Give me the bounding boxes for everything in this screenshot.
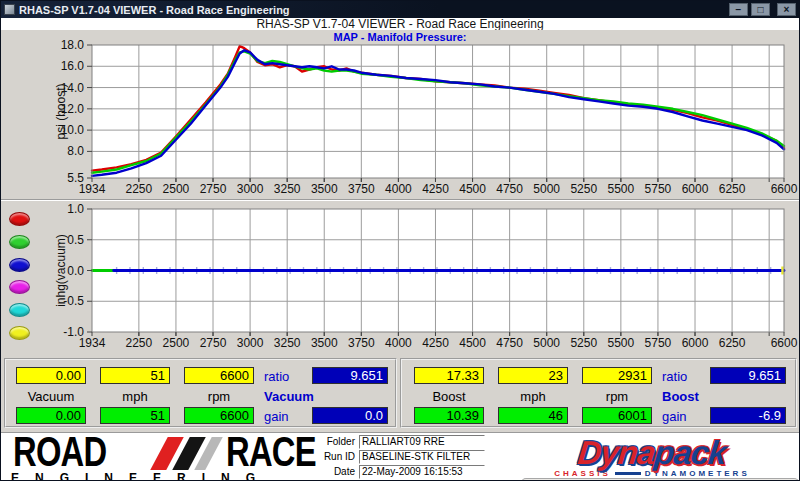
y-tick-label: 1.0 xyxy=(67,202,84,216)
boost-ratio-value: 9.651 xyxy=(710,367,786,384)
x-tick-label: 4250 xyxy=(422,336,449,350)
date-label: Date xyxy=(313,466,355,477)
boost-col-label-2: mph xyxy=(498,389,568,404)
series-toggle-yellow[interactable] xyxy=(9,326,30,340)
boost-live-value: 10.39 xyxy=(414,407,484,424)
app-window: RHAS-SP V1.7-04 VIEWER - Road Race Engin… xyxy=(0,0,800,481)
vacuum-cursor-value: 0.00 xyxy=(16,367,86,384)
x-tick-label: 5000 xyxy=(533,336,560,350)
x-tick-label: 4500 xyxy=(459,182,486,196)
x-tick-label: 6600 xyxy=(771,182,798,196)
dynapack-dash xyxy=(615,472,641,475)
x-tick-label: 4750 xyxy=(496,336,523,350)
date-field[interactable]: 22-May-2009 16:15:53 xyxy=(359,465,485,479)
app-icon xyxy=(4,4,15,15)
series-toggle-blue[interactable] xyxy=(9,258,30,272)
maximize-button[interactable]: □ xyxy=(751,3,770,16)
vacuum-col-label-2: mph xyxy=(100,389,170,404)
vacuum-gain-value: 0.0 xyxy=(312,407,388,424)
x-tick-label: 2250 xyxy=(126,336,153,350)
vacuum-col-label-3: rpm xyxy=(184,389,254,404)
vacuum-section-label: Vacuum xyxy=(264,389,314,404)
x-tick-label: 3750 xyxy=(348,182,375,196)
viewer-header-title: RHAS-SP V1.7-04 VIEWER - Road Race Engin… xyxy=(256,17,543,31)
dynapack-word-part2: pack xyxy=(653,434,728,471)
x-tick-label: 6600 xyxy=(771,336,798,350)
window-controls: − □ × xyxy=(729,3,796,16)
boost-chart-panel: MAP - Manifold Pressure: 193422502500275… xyxy=(1,30,799,199)
x-tick-label: 3000 xyxy=(237,336,264,350)
vacuum-live-value: 0.00 xyxy=(16,407,86,424)
boost-col-label-1: Boost xyxy=(414,389,484,404)
y-tick-label: 5.5 xyxy=(67,171,84,185)
boost-y-axis-label: psi (boost) xyxy=(54,83,68,139)
x-tick-label: 5750 xyxy=(645,336,672,350)
boost-readout-group: 17.33 23 2931 ratio 9.651 Boost mph rpm … xyxy=(400,358,797,428)
vacuum-cursor-mph: 51 xyxy=(100,367,170,384)
title-bar: RHAS-SP V1.7-04 VIEWER - Road Race Engin… xyxy=(1,1,799,18)
x-tick-label: 4750 xyxy=(496,182,523,196)
close-button[interactable]: × xyxy=(777,3,796,16)
boost-live-mph: 46 xyxy=(498,407,568,424)
vacuum-live-rpm: 6600 xyxy=(184,407,254,424)
vacuum-cursor-rpm: 6600 xyxy=(184,367,254,384)
run-id-field[interactable]: BASELINE-STK FILTER xyxy=(359,450,485,464)
x-tick-label: 5250 xyxy=(570,336,597,350)
x-tick-label: 3750 xyxy=(348,336,375,350)
x-tick-label: 2750 xyxy=(200,336,227,350)
x-tick-label: 3500 xyxy=(311,182,338,196)
vacuum-readout-group: 0.00 51 6600 ratio 9.651 Vacuum mph rpm … xyxy=(4,358,397,428)
y-tick-label: 16.0 xyxy=(61,59,85,73)
boost-section-label: Boost xyxy=(662,389,699,404)
boost-gain-value: -6.9 xyxy=(710,407,786,424)
x-tick-label: 5500 xyxy=(608,182,635,196)
boost-live-rpm: 6001 xyxy=(582,407,652,424)
x-tick-label: 6250 xyxy=(719,182,746,196)
boost-cursor-mph: 23 xyxy=(498,367,568,384)
y-tick-label: 0.5 xyxy=(67,233,84,247)
y-tick-label: 0.0 xyxy=(67,264,84,278)
series-toggle-red[interactable] xyxy=(9,212,30,226)
x-tick-label: 2750 xyxy=(200,182,227,196)
x-tick-label: 6000 xyxy=(682,182,709,196)
boost-cursor-rpm: 2931 xyxy=(582,367,652,384)
y-tick-label: 8.0 xyxy=(67,144,84,158)
x-tick-label: 3500 xyxy=(311,336,338,350)
x-tick-label: 2250 xyxy=(126,182,153,196)
vacuum-ratio-value: 9.651 xyxy=(312,367,388,384)
x-tick-label: 5750 xyxy=(645,182,672,196)
boost-cursor-value: 17.33 xyxy=(414,367,484,384)
series-toggle-green[interactable] xyxy=(9,235,30,249)
road-race-word2: RACE xyxy=(226,431,316,473)
x-tick-label: 5500 xyxy=(608,336,635,350)
footer: ROAD RACE ENGINEERING Folder RALLIART09 … xyxy=(1,432,799,481)
readout-panel: 0.00 51 6600 ratio 9.651 Vacuum mph rpm … xyxy=(1,354,799,432)
x-tick-label: 5000 xyxy=(533,182,560,196)
road-race-logo: ROAD RACE ENGINEERING xyxy=(11,435,346,481)
boost-col-label-3: rpm xyxy=(582,389,652,404)
run-id-label: Run ID xyxy=(313,451,355,462)
x-tick-label: 4250 xyxy=(422,182,449,196)
x-tick-label: 3000 xyxy=(237,182,264,196)
y-tick-label: 18.0 xyxy=(61,38,85,52)
vacuum-y-axis-label: inhg(vacuum) xyxy=(54,234,68,307)
x-tick-label: 6000 xyxy=(682,336,709,350)
road-race-word1: ROAD xyxy=(13,431,106,473)
vacuum-chart-panel: 1934225025002750300032503500375040004250… xyxy=(1,199,799,354)
x-tick-label: 5250 xyxy=(570,182,597,196)
dynapack-logo: Dynapack CHASSISDYNAMOMETERS xyxy=(506,436,798,478)
x-tick-label: 3250 xyxy=(274,182,301,196)
vacuum-col-label-1: Vacuum xyxy=(16,389,86,404)
y-tick-label: -1.0 xyxy=(63,325,84,339)
x-tick-label: 3250 xyxy=(274,336,301,350)
boost-gain-label: gain xyxy=(662,409,687,424)
minimize-button[interactable]: − xyxy=(729,3,748,16)
x-tick-label: 4000 xyxy=(385,336,412,350)
viewer-header: RHAS-SP V1.7-04 VIEWER - Road Race Engin… xyxy=(1,18,799,30)
vacuum-ratio-label: ratio xyxy=(264,369,289,384)
x-tick-label: 4000 xyxy=(385,182,412,196)
folder-field[interactable]: RALLIART09 RRE xyxy=(359,435,485,449)
vacuum-live-mph: 51 xyxy=(100,407,170,424)
x-tick-label: 2500 xyxy=(163,336,190,350)
vacuum-chart: 1934225025002750300032503500375040004250… xyxy=(1,200,800,355)
